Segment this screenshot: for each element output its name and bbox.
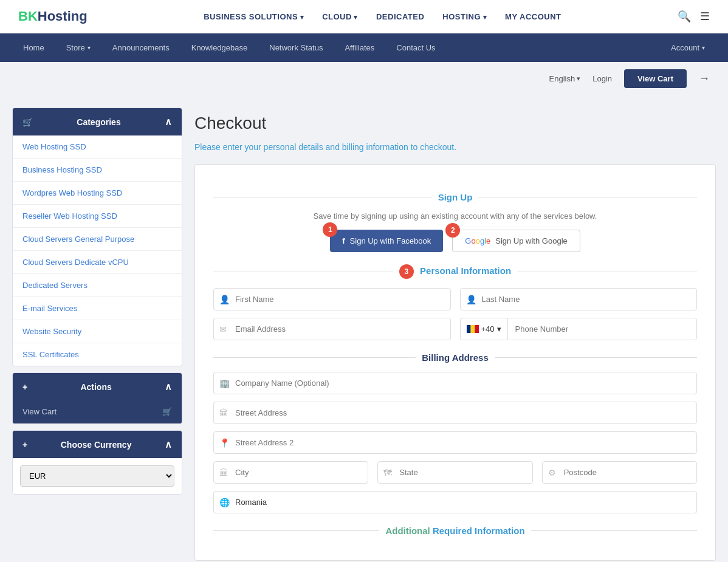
city-state-row: 🏛 🗺 ⚙ — [213, 461, 697, 484]
currency-select[interactable]: EUR USD GBP RON — [20, 465, 174, 487]
logo[interactable]: BK Hosting — [18, 9, 88, 24]
state-input[interactable] — [377, 461, 532, 484]
language-selector[interactable]: English — [549, 74, 581, 83]
state-group: 🗺 — [377, 461, 532, 484]
first-name-input[interactable] — [213, 288, 451, 310]
phone-input[interactable] — [507, 318, 697, 340]
sidebar-categories: 🛒 Categories ∧ Web Hosting SSD Business … — [12, 108, 182, 366]
login-link[interactable]: Login — [592, 74, 612, 83]
secondary-navigation: Home Store Announcements Knowledgebase N… — [0, 33, 728, 62]
sidebar-currency: + Choose Currency ∧ EUR USD GBP RON — [12, 430, 182, 495]
country-group: 🌐 — [213, 491, 697, 513]
sidebar-item-website-security[interactable]: Website Security — [13, 320, 182, 343]
last-name-wrapper: 👤 — [460, 288, 698, 310]
nav-dedicated[interactable]: DEDICATED — [376, 12, 424, 21]
first-name-group: 👤 — [213, 288, 451, 310]
email-input[interactable] — [213, 318, 451, 340]
sidebar-item-reseller-hosting[interactable]: Reseller Web Hosting SSD — [13, 205, 182, 228]
page-title: Checkout — [194, 114, 716, 133]
nav-business-solutions[interactable]: BUSINESS SOLUTIONS — [204, 12, 304, 21]
postcode-input[interactable] — [542, 461, 697, 484]
company-input[interactable] — [213, 372, 697, 394]
email-wrapper: ✉ — [213, 318, 451, 340]
city-input[interactable] — [213, 461, 368, 484]
sidebar-item-email-services[interactable]: E-mail Services — [13, 297, 182, 320]
signup-google-button[interactable]: 2 Google Sign Up with Google — [452, 230, 580, 252]
email-icon: ✉ — [219, 324, 227, 334]
street-group: 🏛 — [213, 402, 697, 424]
personal-info-divider: 3 Personal Information — [213, 264, 697, 279]
logout-icon[interactable]: → — [699, 72, 710, 85]
additional-label: Additional Required Information — [385, 526, 524, 536]
signup-buttons: 1 f Sign Up with Facebook 2 Google Sign … — [213, 230, 697, 252]
checkout-intro: Please enter your personal details and b… — [194, 142, 716, 152]
street2-group: 📍 — [213, 431, 697, 454]
search-icon[interactable]: 🔍 — [678, 10, 691, 23]
sec-nav-knowledgebase[interactable]: Knowledgebase — [180, 33, 259, 62]
intro-link[interactable]: billing information to checkout. — [342, 142, 456, 152]
categories-title: Categories — [77, 117, 120, 127]
sidebar-action-view-cart[interactable]: View Cart 🛒 — [13, 400, 182, 423]
actions-plus-icon: + — [22, 382, 27, 392]
sidebar-item-cloud-dedicated-vcpu[interactable]: Cloud Servers Dedicate vCPU — [13, 251, 182, 274]
sidebar-actions-header[interactable]: + Actions ∧ — [13, 373, 182, 400]
street2-input[interactable] — [213, 431, 697, 454]
sec-nav-contact[interactable]: Contact Us — [385, 33, 446, 62]
svg-rect-0 — [467, 325, 471, 333]
signup-facebook-button[interactable]: 1 f Sign Up with Facebook — [330, 230, 443, 252]
personal-line-right — [517, 272, 697, 272]
cart-icon: 🛒 — [162, 407, 172, 416]
company-row: 🏢 — [213, 372, 697, 394]
google-label: Sign Up with Google — [495, 236, 568, 245]
company-wrapper: 🏢 — [213, 372, 697, 394]
additional-text-2: Required Information — [433, 526, 525, 536]
main-layout: 🛒 Categories ∧ Web Hosting SSD Business … — [0, 95, 728, 562]
nav-hosting[interactable]: HOSTING — [442, 12, 487, 21]
romania-flag-icon — [467, 325, 479, 333]
sidebar: 🛒 Categories ∧ Web Hosting SSD Business … — [12, 108, 182, 561]
sidebar-item-web-hosting-ssd[interactable]: Web Hosting SSD — [13, 135, 182, 159]
city-wrapper: 🏛 — [213, 461, 368, 484]
user-icon-2: 👤 — [466, 295, 476, 304]
email-phone-row: ✉ +40▾ — [213, 318, 697, 340]
sec-nav-announcements[interactable]: Announcements — [101, 33, 180, 62]
currency-chevron: ∧ — [165, 439, 172, 450]
menu-icon[interactable]: ☰ — [700, 10, 710, 23]
additional-line-right — [531, 530, 697, 531]
sec-nav-home[interactable]: Home — [12, 33, 55, 62]
country-input[interactable] — [213, 491, 697, 513]
sec-nav-affiliates[interactable]: Affiliates — [334, 33, 385, 62]
sidebar-currency-header[interactable]: + Choose Currency ∧ — [13, 431, 182, 458]
sec-nav-network-status[interactable]: Network Status — [258, 33, 334, 62]
sidebar-item-dedicated-servers[interactable]: Dedicated Servers — [13, 274, 182, 297]
personal-line-left — [213, 272, 393, 272]
sidebar-item-ssl-certificates[interactable]: SSL Certificates — [13, 343, 182, 366]
sidebar-item-business-hosting-ssd[interactable]: Business Hosting SSD — [13, 159, 182, 182]
top-nav-links: BUSINESS SOLUTIONS CLOUD DEDICATED HOSTI… — [204, 12, 561, 21]
actions-chevron: ∧ — [165, 381, 172, 392]
sidebar-categories-header[interactable]: 🛒 Categories ∧ — [13, 108, 182, 135]
nav-my-account[interactable]: MY ACCOUNT — [505, 12, 561, 21]
sidebar-item-cloud-general[interactable]: Cloud Servers General Purpose — [13, 228, 182, 251]
street-input[interactable] — [213, 402, 697, 424]
personal-info-label: 3 Personal Information — [399, 264, 511, 279]
last-name-group: 👤 — [460, 288, 698, 310]
google-icon: Google — [465, 236, 490, 245]
postcode-icon: ⚙ — [548, 468, 556, 478]
sec-nav-store[interactable]: Store — [55, 33, 101, 62]
nav-cloud[interactable]: CLOUD — [322, 12, 358, 21]
facebook-icon: f — [342, 236, 345, 245]
phone-prefix[interactable]: +40▾ — [460, 318, 507, 340]
last-name-input[interactable] — [460, 288, 698, 310]
country-wrapper: 🌐 — [213, 491, 697, 513]
categories-icon: 🛒 — [22, 117, 33, 127]
view-cart-button[interactable]: View Cart — [624, 69, 687, 88]
sidebar-item-wordpress-hosting[interactable]: Wordpres Web Hosting SSD — [13, 182, 182, 205]
city-group: 🏛 — [213, 461, 368, 484]
actions-title: Actions — [80, 382, 111, 392]
svg-rect-2 — [475, 325, 479, 333]
checkout-box: Sign Up Save time by signing up using an… — [194, 164, 716, 561]
additional-line-left — [213, 530, 379, 531]
building-icon: 🏢 — [219, 379, 230, 388]
sec-nav-account[interactable]: Account — [660, 33, 716, 62]
